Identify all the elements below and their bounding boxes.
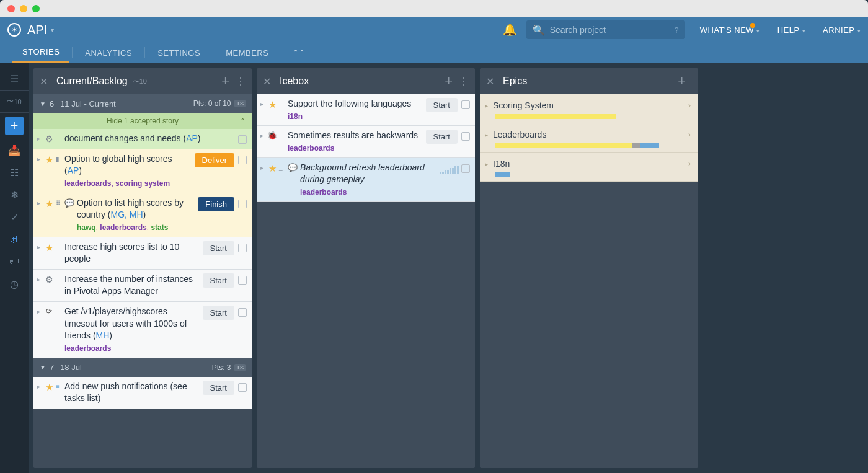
help-link[interactable]: HELP▾ <box>777 25 805 35</box>
start-button[interactable]: Start <box>203 306 234 320</box>
story-row[interactable]: ▸ 🐞 Sometimes results are backwards lead… <box>257 126 475 157</box>
user-menu[interactable]: ARNIEP▾ <box>823 25 861 35</box>
story-row[interactable]: ▸ ⟳ Get /v1/players/highscores timesout … <box>33 302 252 358</box>
iteration-header[interactable]: ▼ 6 11 Jul - Current Pts: 0 of 10 TS <box>33 94 252 113</box>
story-row[interactable]: ▸ ⚙ document changes and needs (AP) <box>33 129 252 149</box>
label-link[interactable]: leaderboards <box>100 223 146 232</box>
notifications-icon[interactable]: 🔔 <box>503 23 516 37</box>
owner-link[interactable]: AP <box>68 166 79 175</box>
hide-accepted-toggle[interactable]: Hide 1 accepted story ⌃ <box>33 113 252 129</box>
story-checkbox[interactable] <box>238 276 247 285</box>
owner-link[interactable]: MH <box>96 330 110 340</box>
start-button[interactable]: Start <box>203 241 234 255</box>
panel-menu-icon[interactable]: ⋮ <box>459 76 469 87</box>
story-checkbox[interactable] <box>238 308 247 317</box>
start-button[interactable]: Start <box>426 130 458 144</box>
story-row[interactable]: ▸ ★ ▮ Option to global high scores (AP) … <box>33 149 252 193</box>
minimize-window-icon[interactable] <box>20 5 27 12</box>
app-title: API <box>27 23 47 37</box>
story-row[interactable]: ▸ ★ ⠿ 💬 Option to list high scores by co… <box>33 193 252 237</box>
tab-analytics[interactable]: ANALYTICS <box>75 42 142 63</box>
owner-link[interactable]: AP <box>186 133 198 143</box>
story-checkbox[interactable] <box>461 100 470 109</box>
expand-icon[interactable]: ▸ <box>485 161 488 167</box>
label-link[interactable]: leaderboards <box>300 188 347 197</box>
expand-icon[interactable]: ▸ <box>260 162 267 171</box>
label-link[interactable]: hawq <box>77 223 96 232</box>
story-row[interactable]: ▸ ★ Increase high scores list to 10 peop… <box>33 237 252 270</box>
iteration-header[interactable]: ▼ 7 18 Jul Pts: 3 TS <box>33 358 252 377</box>
search-box[interactable]: 🔍 ? <box>526 20 685 39</box>
rail-add-button[interactable]: + <box>5 117 24 135</box>
comments-icon[interactable]: 💬 <box>288 162 298 172</box>
story-checkbox[interactable] <box>461 132 470 141</box>
expand-icon[interactable]: ▸ <box>260 98 267 107</box>
story-row[interactable]: ▸ ⚙ Increase the number of instances in … <box>33 270 252 302</box>
expand-icon[interactable]: ▸ <box>37 306 43 315</box>
epic-row[interactable]: ▸ I18n › <box>480 153 698 182</box>
expand-icon[interactable]: ▸ <box>485 131 488 138</box>
label-link[interactable]: stats <box>151 223 168 232</box>
rail-velocity[interactable]: 〜10 <box>0 91 29 113</box>
label-link[interactable]: leaderboards <box>64 344 111 353</box>
rail-menu-icon[interactable]: ☰ <box>0 68 29 91</box>
rail-shield-icon[interactable]: ⛨ <box>0 228 29 250</box>
expand-icon[interactable]: ▸ <box>37 241 43 250</box>
panel-menu-icon[interactable]: ⋮ <box>236 76 246 87</box>
panel-add-button[interactable]: + <box>678 73 686 89</box>
story-checkbox[interactable] <box>461 164 470 173</box>
expand-icon[interactable]: ▸ <box>485 102 488 109</box>
spinner-icon: ⟳ <box>43 306 55 316</box>
tab-stories[interactable]: STORIES <box>12 42 69 63</box>
story-row[interactable]: ▸ ★ _ 💬 Background refresh leaderboard d… <box>257 158 475 202</box>
expand-panels-icon[interactable]: ⌃⌃ <box>284 48 314 57</box>
start-button[interactable]: Start <box>203 273 234 288</box>
expand-icon[interactable]: ▸ <box>37 153 43 162</box>
rail-snowflake-icon[interactable]: ❄ <box>0 183 29 206</box>
expand-icon[interactable]: ▸ <box>37 381 43 390</box>
rail-list-icon[interactable]: ☷ <box>0 161 29 183</box>
panel-add-button[interactable]: + <box>221 73 229 89</box>
project-dropdown-caret[interactable]: ▾ <box>51 27 54 33</box>
estimate-selector[interactable] <box>440 162 459 174</box>
rail-labels-icon[interactable]: 🏷 <box>0 250 29 273</box>
rail-mywork-icon[interactable]: 📥 <box>0 139 29 161</box>
rail-history-icon[interactable]: ◷ <box>0 273 29 295</box>
label-link[interactable]: leaderboards <box>288 144 334 153</box>
search-help-icon[interactable]: ? <box>674 25 678 35</box>
expand-icon[interactable]: ▸ <box>37 273 43 283</box>
epic-row[interactable]: ▸ Scoring System › <box>480 94 698 123</box>
panel-close-icon[interactable]: ✕ <box>40 76 48 87</box>
story-row[interactable]: ▸ ★ ≡ Add new push notifications (see ta… <box>33 377 252 409</box>
story-checkbox[interactable] <box>238 135 247 144</box>
story-checkbox[interactable] <box>238 383 247 392</box>
panel-title: Current/Backlog <box>56 76 128 87</box>
panel-add-button[interactable]: + <box>445 73 453 89</box>
label-link[interactable]: leaderboards, scoring system <box>64 179 170 188</box>
label-link[interactable]: i18n <box>288 112 303 121</box>
comments-icon[interactable]: 💬 <box>64 197 74 208</box>
story-checkbox[interactable] <box>238 156 247 164</box>
story-checkbox[interactable] <box>238 200 247 208</box>
start-button[interactable]: Start <box>426 98 458 112</box>
panel-close-icon[interactable]: ✕ <box>486 76 494 87</box>
deliver-button[interactable]: Deliver <box>195 153 234 167</box>
start-button[interactable]: Start <box>203 381 234 395</box>
rail-done-icon[interactable]: ✓ <box>0 206 29 228</box>
expand-icon[interactable]: ▸ <box>260 130 267 139</box>
app-logo-icon[interactable]: ✶ <box>7 23 21 37</box>
expand-icon[interactable]: ▸ <box>37 133 43 142</box>
expand-icon[interactable]: ▸ <box>37 197 43 206</box>
story-row[interactable]: ▸ ★ _ Support the following languages i1… <box>257 94 475 126</box>
whats-new-link[interactable]: WHAT'S NEW▾ <box>700 25 760 35</box>
tab-settings[interactable]: SETTINGS <box>148 42 210 63</box>
finish-button[interactable]: Finish <box>198 197 234 211</box>
owner-link[interactable]: MG, MH <box>110 210 143 219</box>
search-input[interactable] <box>550 25 675 35</box>
story-checkbox[interactable] <box>238 244 247 252</box>
epic-row[interactable]: ▸ Leaderboards › <box>480 123 698 153</box>
tab-members[interactable]: MEMBERS <box>216 42 278 63</box>
maximize-window-icon[interactable] <box>32 5 40 12</box>
close-window-icon[interactable] <box>7 5 15 12</box>
panel-close-icon[interactable]: ✕ <box>263 76 271 87</box>
